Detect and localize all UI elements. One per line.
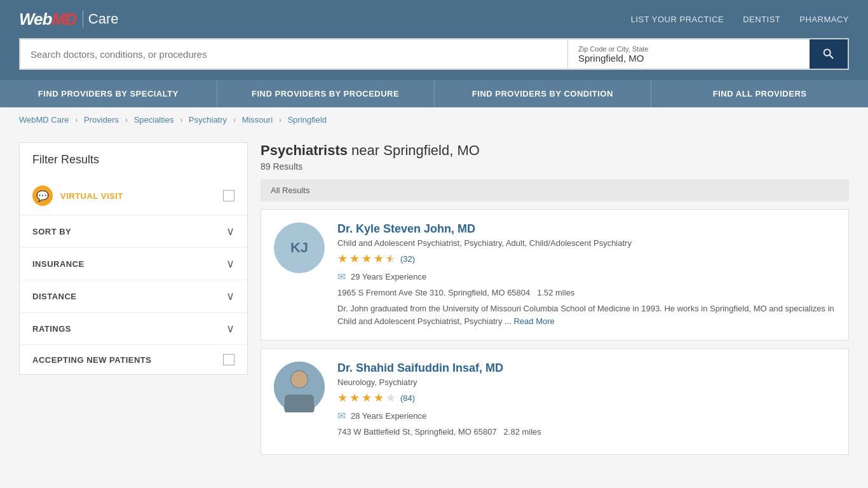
results-title-rest: near Springfield, MO bbox=[348, 142, 480, 158]
review-count[interactable]: (32) bbox=[400, 254, 415, 264]
filter-section: 💬 VIRTUAL VISIT SORT BY ∨ INSURANCE ∨ DI… bbox=[19, 177, 248, 375]
sort-by-filter[interactable]: SORT BY ∨ bbox=[20, 215, 247, 248]
pharmacy-link[interactable]: PHARMACY bbox=[799, 15, 849, 24]
envelope-icon: ✉ bbox=[337, 410, 346, 422]
star-5: ★★ bbox=[386, 252, 396, 266]
header-nav: LIST YOUR PRACTICE DENTIST PHARMACY bbox=[631, 15, 849, 24]
location-label: Zip Code or City, State bbox=[578, 45, 799, 53]
search-input-wrapper bbox=[20, 39, 568, 69]
experience-text: 28 Years Experience bbox=[351, 411, 426, 421]
breadcrumb-psychiatry[interactable]: Psychiatry bbox=[189, 115, 227, 125]
breadcrumb-missouri[interactable]: Missouri bbox=[242, 115, 273, 125]
location-input[interactable] bbox=[578, 53, 799, 64]
insurance-label: INSURANCE bbox=[32, 259, 85, 269]
doctor-info: Dr. Kyle Steven John, MD Child and Adole… bbox=[337, 222, 836, 327]
doctor-info: Dr. Shahid Saifuddin Insaf, MD Neurology… bbox=[337, 362, 836, 442]
address-text: 743 W Battlefield St, Springfield, MO 65… bbox=[337, 427, 497, 437]
nav-procedure[interactable]: FIND PROVIDERS BY PROCEDURE bbox=[217, 80, 435, 107]
ratings-filter[interactable]: RATINGS ∨ bbox=[20, 313, 247, 345]
distance-text: 2.82 miles bbox=[504, 427, 541, 437]
logo[interactable]: WebMD Care bbox=[19, 10, 119, 29]
insurance-chevron: ∨ bbox=[226, 257, 234, 271]
header: WebMD Care LIST YOUR PRACTICE DENTIST PH… bbox=[0, 0, 868, 38]
search-button[interactable] bbox=[810, 39, 848, 69]
distance-text: 1.52 miles bbox=[537, 288, 574, 297]
doctor-avatar-svg bbox=[274, 362, 325, 412]
star-rating: ★ ★ ★ ★ ★ (84) bbox=[337, 391, 836, 405]
doctor-name[interactable]: Dr. Shahid Saifuddin Insaf, MD bbox=[337, 362, 836, 375]
logo-webmd-text: WebMD bbox=[19, 10, 76, 29]
doctor-card: KJ Dr. Kyle Steven John, MD Child and Ad… bbox=[261, 209, 849, 341]
chat-icon: 💬 bbox=[32, 186, 53, 206]
star-3: ★ bbox=[362, 252, 372, 266]
doctor-specialty: Child and Adolescent Psychiatrist, Psych… bbox=[337, 238, 836, 248]
location-input-wrapper: Zip Code or City, State bbox=[568, 39, 810, 69]
breadcrumb-providers[interactable]: Providers bbox=[84, 115, 119, 125]
virtual-visit-label: VIRTUAL VISIT bbox=[60, 191, 123, 201]
virtual-visit-checkbox[interactable] bbox=[223, 190, 234, 201]
experience-row: ✉ 29 Years Experience bbox=[337, 271, 836, 283]
star-2: ★ bbox=[349, 252, 360, 266]
dentist-link[interactable]: DENTIST bbox=[743, 15, 780, 24]
star-5: ★ bbox=[386, 391, 396, 405]
results-count: 89 Results bbox=[261, 161, 849, 172]
search-input[interactable] bbox=[31, 49, 557, 60]
breadcrumb-webmd-care[interactable]: WebMD Care bbox=[19, 115, 69, 125]
logo-care-text: Care bbox=[83, 11, 119, 27]
results-filter-bar: All Results bbox=[261, 179, 849, 201]
star-1: ★ bbox=[337, 252, 348, 266]
nav-bar: FIND PROVIDERS BY SPECIALTY FIND PROVIDE… bbox=[0, 80, 868, 107]
address-row: 1965 S Fremont Ave Ste 310, Springfield,… bbox=[337, 288, 836, 297]
nav-all-providers[interactable]: FIND ALL PROVIDERS bbox=[651, 80, 868, 107]
avatar-photo bbox=[274, 362, 325, 412]
filter-title: Filter Results bbox=[19, 142, 248, 177]
accepting-label: ACCEPTING NEW PATIENTS bbox=[32, 355, 151, 365]
star-4: ★ bbox=[374, 391, 384, 405]
distance-label: DISTANCE bbox=[32, 292, 76, 301]
list-practice-link[interactable]: LIST YOUR PRACTICE bbox=[631, 15, 724, 24]
virtual-visit-row: 💬 VIRTUAL VISIT bbox=[20, 177, 247, 215]
sort-by-label: SORT BY bbox=[32, 227, 71, 236]
envelope-icon: ✉ bbox=[337, 271, 346, 283]
doctor-name[interactable]: Dr. Kyle Steven John, MD bbox=[337, 222, 836, 236]
ratings-label: RATINGS bbox=[32, 324, 71, 334]
search-icon bbox=[822, 47, 836, 61]
svg-rect-5 bbox=[285, 395, 314, 412]
nav-condition[interactable]: FIND PROVIDERS BY CONDITION bbox=[435, 80, 652, 107]
nav-specialty[interactable]: FIND PROVIDERS BY SPECIALTY bbox=[0, 80, 217, 107]
read-more-link[interactable]: Read More bbox=[513, 316, 554, 326]
experience-row: ✉ 28 Years Experience bbox=[337, 410, 836, 422]
experience-text: 29 Years Experience bbox=[351, 272, 426, 281]
search-bar: Zip Code or City, State bbox=[19, 38, 849, 70]
doctor-description: Dr. John graduated from the University o… bbox=[337, 302, 836, 327]
results-title: Psychiatrists near Springfield, MO bbox=[261, 142, 849, 159]
breadcrumb: WebMD Care › Providers › Specialties › P… bbox=[0, 107, 868, 132]
svg-point-3 bbox=[291, 371, 308, 388]
address-row: 743 W Battlefield St, Springfield, MO 65… bbox=[337, 427, 836, 437]
star-rating: ★ ★ ★ ★ ★★ (32) bbox=[337, 252, 836, 266]
main-content: Filter Results 💬 VIRTUAL VISIT SORT BY ∨… bbox=[0, 132, 868, 473]
distance-chevron: ∨ bbox=[226, 289, 234, 303]
accepting-row: ACCEPTING NEW PATIENTS bbox=[20, 345, 247, 374]
results-panel: Psychiatrists near Springfield, MO 89 Re… bbox=[261, 142, 849, 463]
breadcrumb-springfield[interactable]: Springfield bbox=[288, 115, 327, 125]
accepting-checkbox[interactable] bbox=[223, 354, 234, 365]
sidebar: Filter Results 💬 VIRTUAL VISIT SORT BY ∨… bbox=[19, 142, 248, 463]
avatar-initials: KJ bbox=[274, 222, 325, 273]
results-title-bold: Psychiatrists bbox=[261, 142, 348, 158]
doctor-specialty: Neurology, Psychiatry bbox=[337, 377, 836, 387]
breadcrumb-specialties[interactable]: Specialties bbox=[134, 115, 174, 125]
results-header: Psychiatrists near Springfield, MO 89 Re… bbox=[261, 142, 849, 172]
ratings-chevron: ∨ bbox=[226, 322, 234, 336]
address-text: 1965 S Fremont Ave Ste 310, Springfield,… bbox=[337, 288, 530, 297]
insurance-filter[interactable]: INSURANCE ∨ bbox=[20, 248, 247, 280]
review-count[interactable]: (84) bbox=[400, 393, 415, 403]
sort-by-chevron: ∨ bbox=[226, 224, 234, 238]
star-1: ★ bbox=[337, 391, 348, 405]
distance-filter[interactable]: DISTANCE ∨ bbox=[20, 280, 247, 313]
star-2: ★ bbox=[349, 391, 360, 405]
search-bar-container: Zip Code or City, State bbox=[0, 38, 868, 80]
star-4: ★ bbox=[374, 252, 384, 266]
star-3: ★ bbox=[362, 391, 372, 405]
doctor-card: Dr. Shahid Saifuddin Insaf, MD Neurology… bbox=[261, 348, 849, 455]
